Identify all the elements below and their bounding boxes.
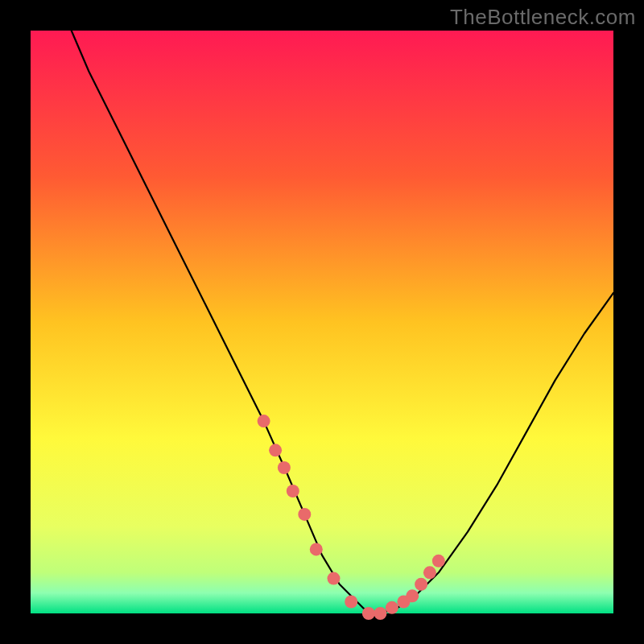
curve-marker bbox=[278, 461, 291, 474]
curve-marker bbox=[432, 555, 445, 568]
curve-marker bbox=[386, 601, 398, 614]
curve-marker bbox=[298, 508, 311, 521]
curve-marker bbox=[328, 572, 341, 585]
curve-marker bbox=[362, 607, 375, 620]
chart-svg bbox=[0, 0, 644, 644]
curve-marker bbox=[345, 596, 357, 609]
curve-marker bbox=[269, 444, 282, 456]
watermark-text: TheBottleneck.com bbox=[450, 5, 636, 30]
plot-background bbox=[31, 31, 613, 613]
curve-marker bbox=[374, 607, 386, 620]
curve-marker bbox=[423, 566, 436, 579]
chart-stage: TheBottleneck.com bbox=[0, 0, 644, 644]
curve-marker bbox=[258, 415, 270, 427]
curve-marker bbox=[310, 543, 323, 555]
curve-marker bbox=[287, 485, 299, 497]
curve-marker bbox=[406, 589, 419, 602]
curve-marker bbox=[415, 578, 427, 591]
